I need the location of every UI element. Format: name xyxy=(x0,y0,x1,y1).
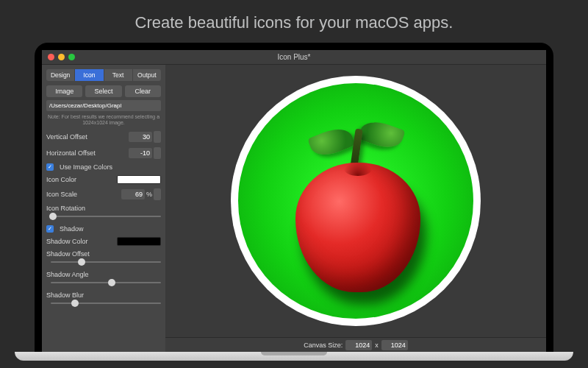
shadow-angle-slider[interactable] xyxy=(51,278,161,287)
use-image-colors-checkbox[interactable]: ✓ xyxy=(46,163,54,171)
vertical-offset-input[interactable]: 30 xyxy=(129,132,152,142)
shadow-label: Shadow xyxy=(60,225,84,233)
icon-color-swatch[interactable] xyxy=(117,175,161,184)
shadow-color-label: Shadow Color xyxy=(46,238,88,245)
image-path-field[interactable]: /Users/cezar/Desktop/Grapl xyxy=(46,100,161,111)
x-label: x xyxy=(375,342,379,349)
screen-bezel: Icon Plus* Design Icon Text Output Image… xyxy=(35,43,553,352)
icon-color-label: Icon Color xyxy=(46,176,76,183)
tab-text[interactable]: Text xyxy=(104,69,133,81)
headline: Create beautiful icons for your macOS ap… xyxy=(0,0,588,32)
use-image-colors-label: Use Image Colors xyxy=(60,163,112,171)
inspector-sidebar: Design Icon Text Output Image Select Cle… xyxy=(42,65,165,352)
icon-rotation-slider[interactable] xyxy=(51,212,161,221)
canvas-viewport[interactable] xyxy=(165,65,546,337)
shadow-angle-label: Shadow Angle xyxy=(46,271,89,278)
laptop-mockup: Icon Plus* Design Icon Text Output Image… xyxy=(35,43,553,361)
horizontal-offset-label: Horizontal Offset xyxy=(46,149,96,157)
image-note: Note: For best results we recommend sele… xyxy=(46,114,161,127)
status-bar: Canvas Size: 1024 x 1024 xyxy=(165,337,546,352)
tab-output[interactable]: Output xyxy=(133,69,161,81)
tab-design[interactable]: Design xyxy=(46,69,75,81)
clear-image-button[interactable]: Clear xyxy=(125,85,161,97)
shadow-checkbox[interactable]: ✓ xyxy=(46,225,54,233)
vertical-offset-stepper[interactable] xyxy=(154,131,161,143)
icon-rotation-label: Icon Rotation xyxy=(46,205,85,212)
icon-preview xyxy=(231,76,481,326)
shadow-blur-label: Shadow Blur xyxy=(46,291,84,299)
percent-label: % xyxy=(146,191,152,198)
shadow-color-swatch[interactable] xyxy=(117,237,161,246)
horizontal-offset-input[interactable]: -10 xyxy=(129,148,152,158)
canvas-height-input[interactable]: 1024 xyxy=(381,340,408,350)
titlebar: Icon Plus* xyxy=(42,50,546,65)
horizontal-offset-stepper[interactable] xyxy=(154,147,161,159)
vertical-offset-label: Vertical Offset xyxy=(46,133,87,141)
icon-scale-stepper[interactable] xyxy=(154,188,161,200)
shadow-offset-label: Shadow Offset xyxy=(46,250,90,258)
icon-scale-label: Icon Scale xyxy=(46,191,77,198)
select-image-button[interactable]: Select xyxy=(85,85,121,97)
image-label-button: Image xyxy=(46,85,82,97)
window-title: Icon Plus* xyxy=(42,53,546,61)
apple-icon xyxy=(295,163,420,292)
tab-icon[interactable]: Icon xyxy=(75,69,104,81)
shadow-blur-slider[interactable] xyxy=(51,299,161,308)
icon-scale-input[interactable]: 69 xyxy=(121,189,145,199)
app-window: Icon Plus* Design Icon Text Output Image… xyxy=(42,50,546,352)
shadow-offset-slider[interactable] xyxy=(51,258,161,266)
canvas-width-input[interactable]: 1024 xyxy=(345,340,372,350)
canvas-size-label: Canvas Size: xyxy=(304,342,343,349)
laptop-base xyxy=(15,352,573,361)
tab-bar: Design Icon Text Output xyxy=(46,69,161,81)
